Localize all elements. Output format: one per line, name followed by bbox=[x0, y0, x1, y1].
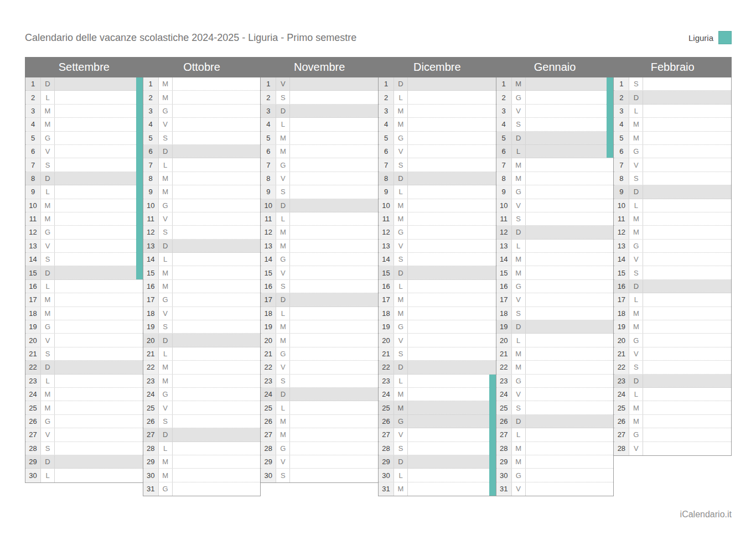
day-row: 26G bbox=[379, 415, 496, 428]
day-letter: S bbox=[512, 118, 526, 131]
day-number: 16 bbox=[614, 280, 629, 293]
day-number: 9 bbox=[143, 185, 159, 198]
month-days: 1D2L3M4M5G6V7S8D9L10M11M12G13V14S15D16L1… bbox=[378, 77, 496, 496]
day-letter: M bbox=[512, 361, 526, 373]
day-row: 14S bbox=[379, 253, 496, 266]
day-cell bbox=[290, 132, 378, 144]
day-number: 30 bbox=[379, 469, 394, 481]
day-letter: M bbox=[41, 293, 55, 306]
day-number: 24 bbox=[25, 388, 41, 401]
day-row: 4M bbox=[614, 118, 731, 131]
vacation-marker bbox=[489, 441, 496, 455]
day-number: 9 bbox=[379, 185, 394, 198]
vacation-marker bbox=[136, 252, 143, 266]
day-cell bbox=[173, 266, 261, 279]
day-number: 14 bbox=[25, 253, 41, 266]
day-letter: V bbox=[394, 334, 408, 346]
day-letter: G bbox=[394, 132, 408, 144]
day-number: 22 bbox=[143, 361, 159, 373]
day-row: 4L bbox=[261, 118, 378, 131]
day-row: 31M bbox=[379, 482, 496, 496]
day-number: 4 bbox=[261, 118, 276, 131]
day-letter: M bbox=[394, 118, 408, 131]
day-number: 1 bbox=[614, 77, 629, 90]
day-row: 21M bbox=[496, 347, 614, 361]
day-cell bbox=[290, 158, 378, 171]
day-letter: M bbox=[159, 280, 173, 293]
day-number: 15 bbox=[143, 266, 159, 279]
day-row: 21L bbox=[143, 347, 261, 361]
day-cell bbox=[408, 428, 496, 441]
day-number: 21 bbox=[261, 347, 276, 360]
day-number: 5 bbox=[25, 132, 41, 144]
day-row: 2M bbox=[143, 91, 261, 104]
day-row: 24M bbox=[379, 388, 496, 401]
day-cell bbox=[173, 118, 261, 131]
day-cell bbox=[290, 347, 378, 360]
day-cell bbox=[526, 132, 614, 144]
site-credit-link[interactable]: iCalendario.it bbox=[680, 510, 732, 520]
day-row: 26M bbox=[261, 415, 378, 428]
day-cell bbox=[643, 145, 731, 158]
vacation-marker bbox=[489, 401, 496, 414]
day-letter: S bbox=[512, 401, 526, 414]
day-row: 19M bbox=[261, 320, 378, 334]
day-row: 22M bbox=[496, 361, 614, 374]
day-cell bbox=[408, 212, 496, 225]
day-letter: V bbox=[512, 388, 526, 401]
day-row: 5M bbox=[261, 132, 378, 145]
day-row: 8D bbox=[25, 172, 143, 185]
day-row: 4M bbox=[379, 118, 496, 131]
day-row: 20L bbox=[496, 334, 614, 347]
day-number: 22 bbox=[614, 361, 629, 373]
day-cell bbox=[55, 469, 143, 482]
day-number: 10 bbox=[614, 199, 629, 212]
day-number: 9 bbox=[25, 185, 41, 198]
day-number: 28 bbox=[614, 442, 629, 455]
day-number: 15 bbox=[614, 266, 629, 279]
day-cell bbox=[173, 172, 261, 185]
day-number: 23 bbox=[614, 375, 629, 387]
day-cell bbox=[408, 105, 496, 117]
day-cell bbox=[408, 77, 496, 90]
vacation-marker bbox=[489, 414, 496, 428]
day-letter: M bbox=[276, 226, 290, 238]
day-letter: D bbox=[394, 361, 408, 373]
day-letter: L bbox=[276, 212, 290, 225]
day-letter: M bbox=[41, 401, 55, 414]
day-number: 18 bbox=[25, 307, 41, 320]
day-number: 30 bbox=[143, 469, 159, 481]
day-letter: L bbox=[41, 91, 55, 103]
day-row: 15S bbox=[614, 266, 731, 279]
day-number: 1 bbox=[143, 77, 159, 90]
day-row: 3D bbox=[261, 105, 378, 118]
page-title: Calendario delle vacanze scolastiche 202… bbox=[25, 32, 356, 44]
day-letter: S bbox=[394, 253, 408, 266]
day-row: 28V bbox=[614, 442, 731, 455]
day-number: 8 bbox=[25, 172, 41, 185]
day-row: 17D bbox=[261, 293, 378, 307]
day-number: 23 bbox=[496, 375, 512, 387]
day-number: 16 bbox=[261, 280, 276, 293]
day-cell bbox=[55, 212, 143, 225]
day-number: 12 bbox=[496, 226, 512, 238]
day-row: 24M bbox=[25, 388, 143, 401]
day-row: 15D bbox=[25, 266, 143, 279]
month-column-novembre: Novembre1V2S3D4L5M6M7G8V9S10D11L12M13M14… bbox=[260, 57, 379, 483]
day-number: 23 bbox=[143, 375, 159, 387]
day-row: 29D bbox=[379, 455, 496, 469]
day-letter: G bbox=[629, 240, 643, 252]
day-number: 24 bbox=[614, 388, 629, 401]
day-cell bbox=[408, 347, 496, 360]
day-letter: G bbox=[159, 388, 173, 401]
day-cell bbox=[408, 361, 496, 373]
day-number: 6 bbox=[614, 145, 629, 158]
day-cell bbox=[643, 428, 731, 441]
day-number: 4 bbox=[614, 118, 629, 131]
day-letter: L bbox=[159, 253, 173, 266]
day-cell bbox=[173, 240, 261, 252]
day-cell bbox=[526, 428, 614, 441]
day-letter: L bbox=[159, 442, 173, 455]
day-cell bbox=[55, 185, 143, 198]
day-letter: M bbox=[629, 118, 643, 131]
